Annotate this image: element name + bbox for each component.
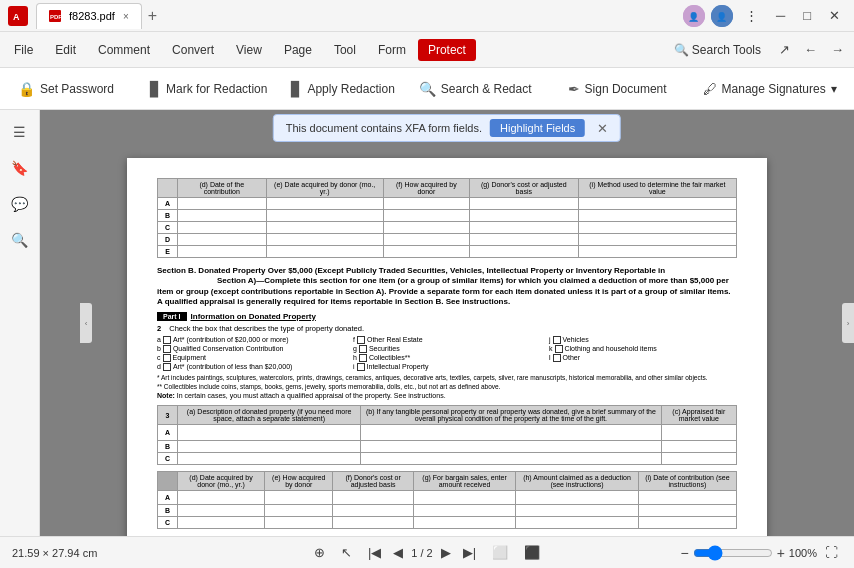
menu-page[interactable]: Page bbox=[274, 39, 322, 61]
menu-form[interactable]: Form bbox=[368, 39, 416, 61]
row-a-g[interactable] bbox=[469, 198, 578, 210]
row-e-e[interactable] bbox=[266, 246, 383, 258]
minimize-button[interactable]: ─ bbox=[770, 6, 791, 25]
table-lower-c-e[interactable] bbox=[265, 517, 333, 529]
zoom-slider[interactable] bbox=[693, 545, 773, 561]
zoom-out-button[interactable]: − bbox=[680, 545, 688, 561]
table-lower-c-h[interactable] bbox=[516, 517, 638, 529]
xfa-close-button[interactable]: ✕ bbox=[597, 121, 608, 136]
row-c-d[interactable] bbox=[178, 222, 267, 234]
row-c-g[interactable] bbox=[469, 222, 578, 234]
checkbox-f-box[interactable] bbox=[357, 336, 365, 344]
row-c-e[interactable] bbox=[266, 222, 383, 234]
table-lower-c-d[interactable] bbox=[178, 517, 265, 529]
back-button[interactable]: ← bbox=[798, 40, 823, 59]
external-link-button[interactable]: ↗ bbox=[773, 40, 796, 59]
first-page-button[interactable]: |◀ bbox=[364, 543, 385, 562]
highlight-fields-button[interactable]: Highlight Fields bbox=[490, 119, 585, 137]
row-a-f[interactable] bbox=[383, 198, 469, 210]
checkbox-g-box[interactable] bbox=[359, 345, 367, 353]
menu-edit[interactable]: Edit bbox=[45, 39, 86, 61]
menu-tool[interactable]: Tool bbox=[324, 39, 366, 61]
fit-width-button[interactable]: ⬛ bbox=[520, 543, 544, 562]
right-expand-button[interactable]: › bbox=[842, 303, 854, 343]
table3-a-cond[interactable] bbox=[361, 425, 661, 441]
row-b-d[interactable] bbox=[178, 210, 267, 222]
table-lower-a-f[interactable] bbox=[333, 491, 413, 505]
prev-page-button[interactable]: ◀ bbox=[389, 543, 407, 562]
new-tab-button[interactable]: + bbox=[142, 7, 163, 25]
maximize-button[interactable]: □ bbox=[797, 6, 817, 25]
table-lower-a-g[interactable] bbox=[413, 491, 516, 505]
table-lower-b-h[interactable] bbox=[516, 505, 638, 517]
set-password-button[interactable]: 🔒 Set Password bbox=[8, 77, 124, 101]
table3-c-val[interactable] bbox=[661, 453, 736, 465]
table-lower-a-e[interactable] bbox=[265, 491, 333, 505]
checkbox-l-box[interactable] bbox=[553, 354, 561, 362]
cursor-tool-button[interactable]: ⊕ bbox=[310, 543, 329, 562]
table-lower-a-h[interactable] bbox=[516, 491, 638, 505]
row-e-f[interactable] bbox=[383, 246, 469, 258]
table-lower-c-g[interactable] bbox=[413, 517, 516, 529]
checkbox-d-box[interactable] bbox=[163, 363, 171, 371]
checkbox-c-box[interactable] bbox=[163, 354, 171, 362]
mark-for-redaction-button[interactable]: ▊ Mark for Redaction bbox=[140, 77, 277, 101]
sidebar-icon-bookmark[interactable]: 🔖 bbox=[6, 154, 34, 182]
table-lower-a-d[interactable] bbox=[178, 491, 265, 505]
table3-a-desc[interactable] bbox=[178, 425, 361, 441]
table3-c-desc[interactable] bbox=[178, 453, 361, 465]
checkbox-b-box[interactable] bbox=[163, 345, 171, 353]
row-e-d[interactable] bbox=[178, 246, 267, 258]
table-lower-b-d[interactable] bbox=[178, 505, 265, 517]
forward-button[interactable]: → bbox=[825, 40, 850, 59]
table-lower-b-f[interactable] bbox=[333, 505, 413, 517]
fullscreen-button[interactable]: ⛶ bbox=[821, 543, 842, 562]
tab-close-button[interactable]: × bbox=[123, 11, 129, 22]
fit-page-button[interactable]: ⬜ bbox=[488, 543, 512, 562]
table-lower-b-i[interactable] bbox=[638, 505, 736, 517]
row-b-g[interactable] bbox=[469, 210, 578, 222]
row-c-f[interactable] bbox=[383, 222, 469, 234]
checkbox-h-box[interactable] bbox=[359, 354, 367, 362]
select-tool-button[interactable]: ↖ bbox=[337, 543, 356, 562]
menu-protect[interactable]: Protect bbox=[418, 39, 476, 61]
menu-comment[interactable]: Comment bbox=[88, 39, 160, 61]
table-lower-b-e[interactable] bbox=[265, 505, 333, 517]
sidebar-icon-menu[interactable]: ☰ bbox=[6, 118, 34, 146]
row-a-d[interactable] bbox=[178, 198, 267, 210]
checkbox-i-box[interactable] bbox=[357, 363, 365, 371]
apply-redaction-button[interactable]: ▊ Apply Redaction bbox=[281, 77, 404, 101]
row-d-f[interactable] bbox=[383, 234, 469, 246]
menu-file[interactable]: File bbox=[4, 39, 43, 61]
table3-a-val[interactable] bbox=[661, 425, 736, 441]
zoom-in-button[interactable]: + bbox=[777, 545, 785, 561]
sidebar-icon-search[interactable]: 🔍 bbox=[6, 226, 34, 254]
row-b-e[interactable] bbox=[266, 210, 383, 222]
checkbox-k-box[interactable] bbox=[555, 345, 563, 353]
row-b-i[interactable] bbox=[578, 210, 736, 222]
left-expand-button[interactable]: ‹ bbox=[80, 303, 92, 343]
checkbox-j-box[interactable] bbox=[553, 336, 561, 344]
row-e-g[interactable] bbox=[469, 246, 578, 258]
row-a-e[interactable] bbox=[266, 198, 383, 210]
row-c-i[interactable] bbox=[578, 222, 736, 234]
table-lower-a-i[interactable] bbox=[638, 491, 736, 505]
row-d-i[interactable] bbox=[578, 234, 736, 246]
next-page-button[interactable]: ▶ bbox=[437, 543, 455, 562]
file-tab[interactable]: PDF f8283.pdf × bbox=[36, 3, 142, 29]
row-b-f[interactable] bbox=[383, 210, 469, 222]
table-lower-c-i[interactable] bbox=[638, 517, 736, 529]
row-a-i[interactable] bbox=[578, 198, 736, 210]
table3-c-cond[interactable] bbox=[361, 453, 661, 465]
table3-b-desc[interactable] bbox=[178, 441, 361, 453]
row-d-d[interactable] bbox=[178, 234, 267, 246]
row-d-g[interactable] bbox=[469, 234, 578, 246]
manage-signatures-button[interactable]: 🖋 Manage Signatures ▾ bbox=[693, 77, 847, 101]
table3-b-val[interactable] bbox=[661, 441, 736, 453]
search-redact-button[interactable]: 🔍 Search & Redact bbox=[409, 77, 542, 101]
row-d-e[interactable] bbox=[266, 234, 383, 246]
row-e-i[interactable] bbox=[578, 246, 736, 258]
sign-document-button[interactable]: ✒ Sign Document bbox=[558, 77, 677, 101]
last-page-button[interactable]: ▶| bbox=[459, 543, 480, 562]
table3-b-cond[interactable] bbox=[361, 441, 661, 453]
